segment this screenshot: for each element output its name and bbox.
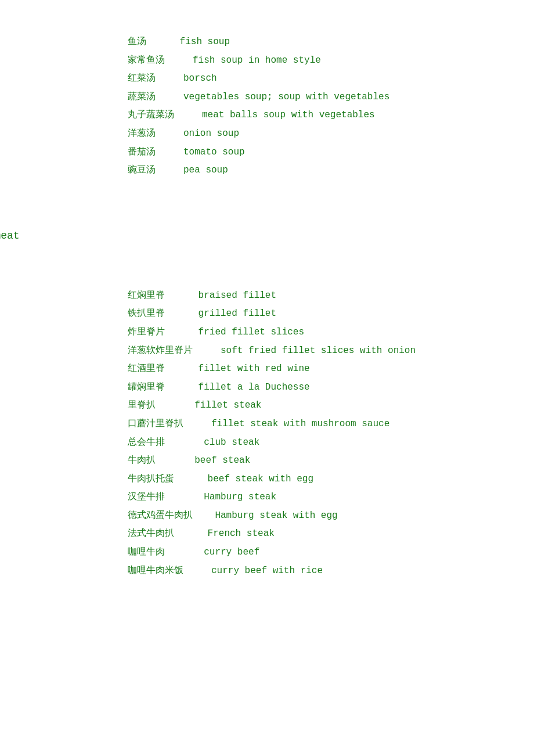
list-item: 洋葱汤 onion soup (128, 127, 511, 142)
list-item: 红酒里脊 fillet with red wine (128, 362, 511, 377)
meat-section: 红焖里脊 braised fillet 铁扒里脊 grilled fillet … (128, 289, 511, 579)
list-item: 鱼汤 fish soup (128, 35, 511, 50)
list-item: 家常鱼汤 fish soup in home style (128, 53, 511, 69)
list-item: 炸里脊片 fried fillet slices (128, 325, 511, 340)
list-item: 咖哩牛肉 curry beef (128, 545, 511, 560)
list-item: 汉堡牛排 Hamburg steak (128, 490, 511, 505)
list-item: 红焖里脊 braised fillet (128, 289, 511, 304)
list-item: 蔬菜汤 vegetables soup; soup with vegetable… (128, 90, 511, 105)
page-content: 鱼汤 fish soup 家常鱼汤 fish soup in home styl… (23, 35, 511, 578)
list-item: 法式牛肉扒 French steak (128, 527, 511, 542)
list-item: 红菜汤 borsch (128, 71, 511, 87)
list-item: 豌豆汤 pea soup (128, 163, 511, 178)
list-item: 里脊扒 fillet steak (128, 398, 511, 413)
list-item: 总会牛排 club steak (128, 435, 511, 451)
meat-section-header: 3.肉 meat (46, 228, 511, 242)
section-title: 3.肉 meat (0, 230, 20, 242)
list-item: 牛肉扒 beef steak (128, 453, 511, 469)
list-item: 铁扒里脊 grilled fillet (128, 307, 511, 322)
soup-section: 鱼汤 fish soup 家常鱼汤 fish soup in home styl… (128, 35, 511, 178)
list-item: 德式鸡蛋牛肉扒 Hamburg steak with egg (128, 509, 511, 524)
list-item: 罐焖里脊 fillet a la Duchesse (128, 380, 511, 395)
list-item: 口蘑汁里脊扒 fillet steak with mushroom sauce (128, 417, 511, 432)
list-item: 牛肉扒托蛋 beef steak with egg (128, 472, 511, 487)
list-item: 番茄汤 tomato soup (128, 145, 511, 160)
list-item: 丸子蔬菜汤 meat balls soup with vegetables (128, 108, 511, 123)
list-item: 洋葱软炸里脊片 soft fried fillet slices with on… (128, 344, 511, 359)
list-item: 咖哩牛肉米饭 curry beef with rice (128, 564, 511, 579)
